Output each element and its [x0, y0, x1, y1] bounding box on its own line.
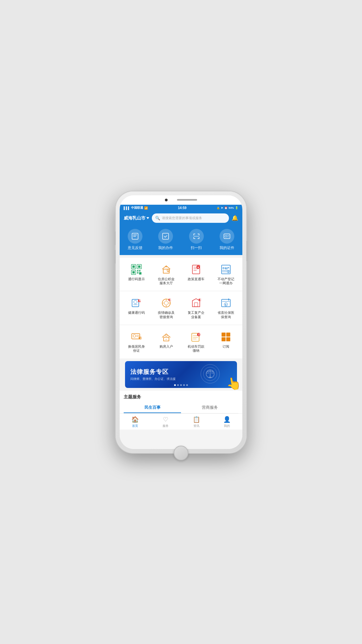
search-bar[interactable]: 🔍 请搜索您需要的事项或服务: [152, 213, 229, 223]
service-item-social-security[interactable]: $ 省直社保医保查询: [212, 295, 240, 321]
notification-bell-icon[interactable]: 🔔: [232, 215, 238, 221]
nav-item-service[interactable]: ♡ 服务: [150, 416, 181, 428]
qrcode-label: 通行码显示: [128, 277, 145, 281]
signal-bars: ▌▌▌: [124, 206, 130, 210]
housing-fund-label: 住房公积金服务大厅: [158, 277, 175, 286]
svg-rect-51: [222, 337, 226, 341]
service-grid-2: 通 健康通行码 新: [122, 295, 240, 321]
traffic-fine-label: 机动车罚款缴纳: [188, 345, 204, 353]
app-header: 威海乳山市 🔍 请搜索您需要的事项或服务 🔔: [120, 211, 242, 226]
banner-decoration-svg: [200, 364, 220, 384]
phone-frame: ▌▌▌ 中国联通 📶 14:59 🔒 ➤ ⏰ 94% 🔋 威海乳山市: [116, 191, 246, 453]
service-item-enterprise[interactable]: 复 复工复产企业备案: [182, 295, 210, 321]
policy-icon: ★: [190, 263, 202, 276]
subscribe-label: 订阅: [223, 345, 229, 349]
epidemic-label: 疫情确诊及密接查询: [158, 311, 175, 319]
svg-rect-11: [137, 270, 138, 271]
svg-text:$: $: [225, 303, 226, 306]
service-item-epidemic[interactable]: 新 疫情确诊及密接查询: [152, 295, 180, 321]
mywork-svg-icon: [162, 232, 170, 240]
quick-actions-bar: 意见反馈 我的办件: [120, 226, 242, 255]
service-section-2: 通 健康通行码 新: [120, 291, 242, 325]
battery-icon: 🔋: [235, 206, 238, 209]
service-item-health-code[interactable]: 通 健康通行码: [122, 295, 150, 321]
id-card-label: 换领居民身份证: [128, 345, 145, 353]
nav-item-home[interactable]: 🏠 首页: [120, 416, 150, 428]
mycert-label: 我的证件: [220, 245, 234, 250]
service-grid-3: 证 换领居民身份证: [122, 329, 240, 355]
carrier-label: 中国联通: [131, 206, 143, 210]
service-item-traffic-fine[interactable]: 罚 机动车罚款缴纳: [182, 329, 210, 355]
health-code-label: 健康通行码: [128, 311, 145, 315]
power-button: [246, 241, 248, 261]
svg-rect-49: [222, 333, 226, 337]
policy-svg: ★: [190, 264, 202, 275]
service-item-qrcode[interactable]: 通行码显示: [122, 261, 150, 288]
banner-dot-3: [180, 384, 182, 386]
svg-text:¥: ¥: [168, 270, 169, 272]
svg-text:★: ★: [197, 266, 199, 268]
tab-livelihood[interactable]: 民生百事: [124, 403, 181, 413]
news-nav-icon: 📋: [193, 416, 200, 423]
bottom-navigation: 🏠 首页 ♡ 服务 📋 资讯 👤 我的: [120, 413, 242, 430]
service-item-id-card[interactable]: 证 换领居民身份证: [122, 329, 150, 355]
home-button[interactable]: [174, 446, 188, 460]
search-placeholder: 请搜索您需要的事项或服务: [162, 216, 202, 220]
health-code-icon: 通: [130, 297, 143, 309]
speaker: [177, 199, 197, 201]
nav-item-mine[interactable]: 👤 我的: [212, 416, 243, 428]
feedback-svg-icon: [131, 232, 139, 240]
realestate-icon: 不动产 ★: [220, 263, 232, 276]
quick-action-scan[interactable]: 扫一扫: [181, 229, 212, 250]
nav-item-news[interactable]: 📋 资讯: [181, 416, 212, 428]
svg-rect-50: [226, 333, 230, 337]
qrcode-icon: [130, 263, 143, 276]
location-icon: ➤: [221, 206, 223, 209]
service-item-subscribe[interactable]: 订阅: [212, 329, 240, 355]
service-nav-label: 服务: [163, 424, 169, 428]
app-screen: ▌▌▌ 中国联通 📶 14:59 🔒 ➤ ⏰ 94% 🔋 威海乳山市: [120, 205, 242, 449]
enterprise-icon: 复: [190, 297, 202, 309]
law-services-banner[interactable]: 法律服务专区 问律师、查律所、办公证、求法援: [125, 361, 237, 388]
status-bar: ▌▌▌ 中国联通 📶 14:59 🔒 ➤ ⏰ 94% 🔋: [120, 205, 242, 211]
enterprise-svg: 复: [190, 297, 202, 309]
service-item-housing-fund[interactable]: ¥ 住房公积金服务大厅: [152, 261, 180, 288]
quick-action-mycert[interactable]: 我的证件: [212, 229, 243, 250]
buy-house-label: 购房入户: [160, 345, 173, 349]
service-item-realestate[interactable]: 不动产 ★ 不动产登记一网通办: [212, 261, 240, 288]
theme-services-tabs: 民生百事 营商服务: [124, 403, 238, 413]
epidemic-icon: 新: [160, 297, 173, 309]
tab-business[interactable]: 营商服务: [181, 403, 238, 413]
svg-point-4: [225, 235, 227, 237]
realestate-svg: 不动产 ★: [220, 264, 232, 275]
service-item-buy-house[interactable]: 购房入户: [152, 329, 180, 355]
service-grid-1: 通行码显示 ¥ 住房公积金服务: [122, 261, 240, 288]
svg-point-27: [134, 300, 137, 304]
subscribe-icon: [220, 331, 232, 343]
status-time: 14:59: [178, 206, 187, 210]
cursor-hand-icon: 👆: [225, 375, 242, 392]
banner-dot-4: [183, 384, 185, 386]
service-nav-icon: ♡: [163, 416, 168, 423]
status-right: 🔒 ➤ ⏰ 94% 🔋: [217, 206, 238, 209]
service-item-policy[interactable]: ★ 政策直通车: [182, 261, 210, 288]
enterprise-label: 复工复产企业备案: [188, 311, 204, 319]
housing-fund-icon: ¥: [160, 263, 173, 276]
svg-rect-14: [139, 272, 141, 275]
quick-action-mywork[interactable]: 我的办件: [150, 229, 181, 250]
feedback-icon-circle: [128, 229, 142, 244]
banner-container[interactable]: 法律服务专区 问律师、查律所、办公证、求法援: [122, 361, 240, 388]
city-selector[interactable]: 威海乳山市: [124, 215, 149, 221]
svg-rect-13: [137, 272, 138, 274]
svg-text:新: 新: [169, 298, 171, 301]
social-security-label: 省直社保医保查询: [218, 311, 234, 319]
mine-nav-label: 我的: [224, 424, 230, 428]
mywork-label: 我的办件: [158, 245, 173, 250]
theme-services-title: 主题服务: [124, 394, 238, 400]
quick-action-feedback[interactable]: 意见反馈: [120, 229, 150, 250]
home-nav-label: 首页: [132, 424, 138, 428]
banner-title: 法律服务专区: [130, 368, 176, 376]
traffic-fine-svg: 罚: [190, 331, 202, 343]
svg-text:通: 通: [138, 299, 141, 302]
qrcode-svg: [131, 264, 142, 275]
